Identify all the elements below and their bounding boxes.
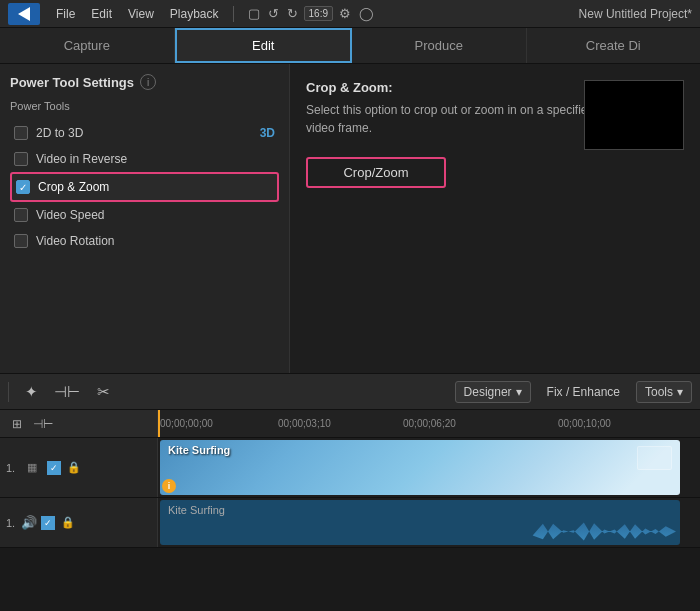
track-label-audio: 1. 🔊 ✓ 🔒 bbox=[0, 498, 158, 547]
timeline-header: ⊞ ⊣⊢ 00;00;00;00 00;00;03;10 00;00;06;20… bbox=[0, 410, 700, 438]
badge-3d: 3D bbox=[260, 126, 275, 140]
track-content-video: Kite Surfing i bbox=[158, 438, 700, 497]
right-panel: Crop & Zoom: Select this option to crop … bbox=[290, 64, 700, 373]
notification-icon[interactable]: ◯ bbox=[357, 4, 376, 23]
tool-label-video-rotation: Video Rotation bbox=[36, 234, 275, 248]
tools-chevron-icon: ▾ bbox=[677, 385, 683, 399]
tool-label-video-speed: Video Speed bbox=[36, 208, 275, 222]
tool-label-crop-zoom: Crop & Zoom bbox=[38, 180, 273, 194]
audio-track-icon: 🔊 bbox=[21, 515, 37, 530]
timecode-3: 00;00;10;00 bbox=[558, 418, 611, 429]
audio-clip[interactable]: Kite Surfing bbox=[160, 500, 680, 545]
tab-edit[interactable]: Edit bbox=[175, 28, 353, 63]
timecode-1: 00;00;03;10 bbox=[278, 418, 331, 429]
logo-arrow-icon bbox=[18, 7, 30, 21]
clip-info-dot: i bbox=[162, 479, 176, 493]
tab-bar: Capture Edit Produce Create Di bbox=[0, 28, 700, 64]
track-content-audio: Kite Surfing bbox=[158, 498, 700, 547]
project-title: New Untitled Project* bbox=[579, 7, 692, 21]
track-label-video: 1. ▦ ✓ 🔒 bbox=[0, 438, 158, 497]
timeline-header-controls: ⊞ ⊣⊢ bbox=[0, 410, 158, 437]
menu-file[interactable]: File bbox=[50, 5, 81, 23]
left-panel: Power Tool Settings i Power Tools 2D to … bbox=[0, 64, 290, 373]
menu-view[interactable]: View bbox=[122, 5, 160, 23]
menu-separator bbox=[233, 6, 234, 22]
ratio-badge[interactable]: 16:9 bbox=[304, 6, 333, 21]
video-preview-box bbox=[584, 80, 684, 150]
tool-item-video-reverse[interactable]: Video in Reverse bbox=[10, 146, 279, 172]
panel-header: Power Tool Settings i bbox=[10, 74, 279, 90]
tools-label: Tools bbox=[645, 385, 673, 399]
timecode-ruler: 00;00;00;00 00;00;03;10 00;00;06;20 00;0… bbox=[158, 410, 700, 437]
tool-item-video-speed[interactable]: Video Speed bbox=[10, 202, 279, 228]
tool-item-crop-zoom[interactable]: Crop & Zoom bbox=[10, 172, 279, 202]
lock-icon-audio[interactable]: 🔒 bbox=[61, 516, 75, 529]
menu-edit[interactable]: Edit bbox=[85, 5, 118, 23]
save-icon[interactable]: ▢ bbox=[246, 4, 262, 23]
track-checkbox-video[interactable]: ✓ bbox=[47, 461, 61, 475]
audio-clip-label: Kite Surfing bbox=[168, 504, 225, 516]
video-clip-thumbnail bbox=[637, 446, 672, 470]
video-clip-visual: Kite Surfing i bbox=[160, 440, 680, 495]
tab-produce[interactable]: Produce bbox=[352, 28, 527, 63]
tool-label-2d3d: 2D to 3D bbox=[36, 126, 252, 140]
audio-wave-visual bbox=[164, 519, 676, 545]
tools-dropdown[interactable]: Tools ▾ bbox=[636, 381, 692, 403]
magic-tool-icon[interactable]: ✦ bbox=[17, 378, 45, 406]
video-track-icon: ▦ bbox=[21, 457, 43, 479]
checkbox-crop-zoom[interactable] bbox=[16, 180, 30, 194]
tool-item-video-rotation[interactable]: Video Rotation bbox=[10, 228, 279, 254]
undo-icon[interactable]: ↺ bbox=[266, 4, 281, 23]
tool-item-2d3d[interactable]: 2D to 3D 3D bbox=[10, 120, 279, 146]
checkbox-2d3d[interactable] bbox=[14, 126, 28, 140]
redo-icon[interactable]: ↻ bbox=[285, 4, 300, 23]
video-clip-label: Kite Surfing bbox=[168, 444, 230, 456]
designer-label: Designer bbox=[464, 385, 512, 399]
panel-title: Power Tool Settings bbox=[10, 75, 134, 90]
tool-label-video-reverse: Video in Reverse bbox=[36, 152, 275, 166]
settings-icon[interactable]: ⚙ bbox=[337, 4, 353, 23]
designer-chevron-icon: ▾ bbox=[516, 385, 522, 399]
trim-icon[interactable]: ⊣⊢ bbox=[53, 378, 81, 406]
track-row-video: 1. ▦ ✓ 🔒 Kite Surfing i bbox=[0, 438, 700, 498]
menu-bar: File Edit View Playback ▢ ↺ ↻ 16:9 ⚙ ◯ N… bbox=[0, 0, 700, 28]
video-clip[interactable]: Kite Surfing i bbox=[160, 440, 680, 495]
tab-create-disc[interactable]: Create Di bbox=[527, 28, 701, 63]
timeline-area: ⊞ ⊣⊢ 00;00;00;00 00;00;03;10 00;00;06;20… bbox=[0, 410, 700, 548]
checkbox-video-reverse[interactable] bbox=[14, 152, 28, 166]
fix-enhance-button[interactable]: Fix / Enhance bbox=[539, 382, 628, 402]
track-row-audio: 1. 🔊 ✓ 🔒 Kite Surfing bbox=[0, 498, 700, 548]
cut-icon[interactable]: ✂ bbox=[89, 378, 117, 406]
timecode-0: 00;00;00;00 bbox=[160, 418, 213, 429]
track-num-video: 1. bbox=[6, 462, 15, 474]
tab-capture[interactable]: Capture bbox=[0, 28, 175, 63]
checkbox-video-rotation[interactable] bbox=[14, 234, 28, 248]
timeline-grid-icon[interactable]: ⊞ bbox=[6, 413, 28, 435]
checkbox-video-speed[interactable] bbox=[14, 208, 28, 222]
timecode-2: 00;00;06;20 bbox=[403, 418, 456, 429]
track-num-audio: 1. bbox=[6, 517, 15, 529]
crop-zoom-button[interactable]: Crop/Zoom bbox=[306, 157, 446, 188]
app-logo bbox=[8, 3, 40, 25]
lock-icon-video[interactable]: 🔒 bbox=[67, 461, 81, 474]
info-icon[interactable]: i bbox=[140, 74, 156, 90]
menu-playback[interactable]: Playback bbox=[164, 5, 225, 23]
timeline-snap-icon[interactable]: ⊣⊢ bbox=[32, 413, 54, 435]
timeline-toolbar: ✦ ⊣⊢ ✂ Designer ▾ Fix / Enhance Tools ▾ bbox=[0, 374, 700, 410]
track-checkbox-audio[interactable]: ✓ bbox=[41, 516, 55, 530]
audio-waveform: Kite Surfing bbox=[160, 500, 680, 545]
tl-sep-1 bbox=[8, 382, 9, 402]
power-tools-label: Power Tools bbox=[10, 100, 279, 112]
designer-dropdown[interactable]: Designer ▾ bbox=[455, 381, 531, 403]
toolbar-icons: ▢ ↺ ↻ 16:9 ⚙ ◯ bbox=[246, 4, 376, 23]
main-content: Power Tool Settings i Power Tools 2D to … bbox=[0, 64, 700, 374]
